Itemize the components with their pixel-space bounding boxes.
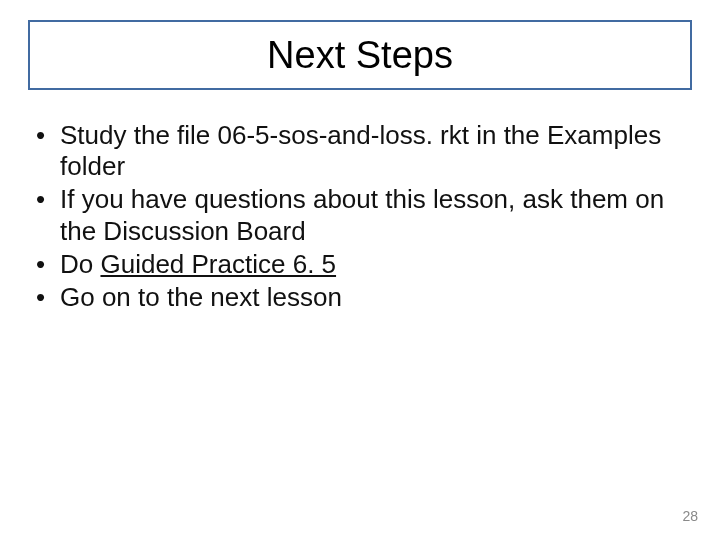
list-item: If you have questions about this lesson,… (36, 184, 684, 246)
bullet-text-prefix: Do (60, 249, 100, 279)
list-item: Go on to the next lesson (36, 282, 684, 313)
page-number: 28 (682, 508, 698, 524)
content-area: Study the file 06-5-sos-and-loss. rkt in… (36, 120, 684, 315)
bullet-list: Study the file 06-5-sos-and-loss. rkt in… (36, 120, 684, 313)
list-item: Do Guided Practice 6. 5 (36, 249, 684, 280)
slide-title: Next Steps (267, 34, 453, 77)
guided-practice-link[interactable]: Guided Practice 6. 5 (100, 249, 336, 279)
list-item: Study the file 06-5-sos-and-loss. rkt in… (36, 120, 684, 182)
title-box: Next Steps (28, 20, 692, 90)
